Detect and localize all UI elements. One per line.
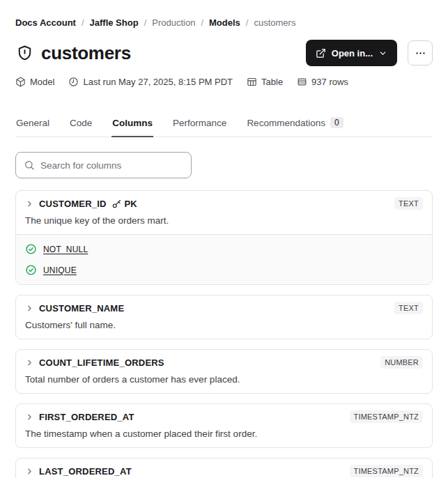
test-row: UNIQUE [25,264,423,276]
breadcrumb-separator: / [82,17,84,29]
tab-code[interactable]: Code [69,118,93,137]
column-search [15,152,192,178]
column-name: LAST_ORDERED_AT [39,466,132,477]
chevron-right-icon[interactable] [25,304,34,313]
column-tests: NOT_NULL UNIQUE [16,234,432,284]
columns-list: CUSTOMER_ID PK TEXT T [15,190,433,478]
title-row: customers Open in... [15,40,433,66]
column-type-badge: TIMESTAMP_NTZ [350,465,423,477]
breadcrumb-separator: / [246,17,249,29]
tab-columns[interactable]: Columns [111,118,153,137]
page-title: customers [41,43,131,64]
external-link-icon [316,48,326,59]
cube-icon [15,77,26,87]
clock-icon [68,77,79,87]
column-expand-header[interactable]: CUSTOMER_ID PK TEXT [25,197,423,210]
meta-last-run: Last run May 27, 2025, 8:15 PM PDT [68,77,233,87]
meta-model-type: Model [15,77,54,87]
breadcrumb: Docs Account / Jaffle Shop / Production … [15,0,433,29]
column-card-customer-name: CUSTOMER_NAME TEXT Customers' full name. [15,295,433,339]
column-name: CUSTOMER_ID [39,199,107,209]
breadcrumb-customers-current: customers [254,17,295,29]
breadcrumb-models[interactable]: Models [209,17,240,29]
tab-performance-label: Performance [173,118,226,128]
chevron-right-icon[interactable] [25,199,34,208]
search-icon [24,160,35,171]
chevron-right-icon[interactable] [25,413,34,422]
meta-row: Model Last run May 27, 2025, 8:15 PM PDT [15,77,433,87]
column-expand-header[interactable]: COUNT_LIFETIME_ORDERS NUMBER [25,356,423,369]
column-description: The unique key of the orders mart. [25,215,423,226]
column-name: FIRST_ORDERED_AT [39,412,134,422]
tab-recommendations-label: Recommendations [247,118,325,128]
column-type-badge: NUMBER [380,356,423,369]
tab-recommendations[interactable]: Recommendations 0 [246,117,343,137]
breadcrumb-jaffle-shop[interactable]: Jaffle Shop [90,17,139,29]
meta-materialization: Table [247,77,283,87]
meta-row-count: 937 rows [297,77,348,87]
tab-code-label: Code [70,118,92,128]
ellipsis-icon [415,47,426,59]
meta-rows-label: 937 rows [311,77,348,87]
recommendations-count-badge: 0 [330,117,343,128]
breadcrumb-separator: / [201,17,203,29]
column-expand-header[interactable]: CUSTOMER_NAME TEXT [25,302,423,314]
meta-last-run-label: Last run May 27, 2025, 8:15 PM PDT [83,77,233,87]
primary-key-label: PK [125,199,137,209]
column-card-count-lifetime-orders: COUNT_LIFETIME_ORDERS NUMBER Total numbe… [15,349,433,394]
table-icon [247,77,257,87]
chevron-down-icon [378,49,387,58]
breadcrumb-docs-account[interactable]: Docs Account [15,17,76,29]
tab-performance[interactable]: Performance [172,118,227,137]
meta-model-label: Model [30,77,54,87]
tab-general[interactable]: General [15,118,50,137]
model-page: Docs Account / Jaffle Shop / Production … [0,0,448,478]
breadcrumb-production[interactable]: Production [152,17,195,29]
check-circle-icon [25,243,37,255]
column-type-badge: TIMESTAMP_NTZ [350,410,423,423]
column-description: Customers' full name. [25,319,423,331]
test-row: NOT_NULL [25,243,423,255]
shield-alert-icon [15,44,34,63]
more-actions-button[interactable] [408,40,433,65]
tab-bar: General Code Columns Performance Recomme… [15,117,433,137]
column-name: COUNT_LIFETIME_ORDERS [39,357,164,368]
meta-table-label: Table [261,77,283,87]
column-name: CUSTOMER_NAME [39,303,124,314]
breadcrumb-separator: / [144,17,147,29]
column-type-badge: TEXT [394,302,423,314]
chevron-right-icon[interactable] [25,467,34,476]
chevron-right-icon[interactable] [25,358,34,367]
column-card-customer-id: CUSTOMER_ID PK TEXT T [15,190,433,285]
check-circle-icon [25,264,37,276]
test-link-not-null[interactable]: NOT_NULL [43,245,88,254]
column-card-first-ordered-at: FIRST_ORDERED_AT TIMESTAMP_NTZ The times… [15,403,433,448]
search-input[interactable] [40,160,183,171]
test-link-unique[interactable]: UNIQUE [43,265,77,275]
column-expand-header[interactable]: LAST_ORDERED_AT TIMESTAMP_NTZ [25,465,423,477]
open-in-button[interactable]: Open in... [306,40,397,66]
key-icon [111,199,122,209]
tab-general-label: General [16,118,49,128]
column-card-last-ordered-at: LAST_ORDERED_AT TIMESTAMP_NTZ The timest… [15,458,433,478]
open-in-label: Open in... [332,48,373,59]
tab-columns-label: Columns [112,118,153,128]
column-expand-header[interactable]: FIRST_ORDERED_AT TIMESTAMP_NTZ [25,410,423,423]
column-description: Total number of orders a customer has ev… [25,373,423,385]
column-description: The timestamp when a customer placed the… [25,428,423,440]
column-type-badge: TEXT [394,197,423,210]
rows-icon [297,77,307,87]
